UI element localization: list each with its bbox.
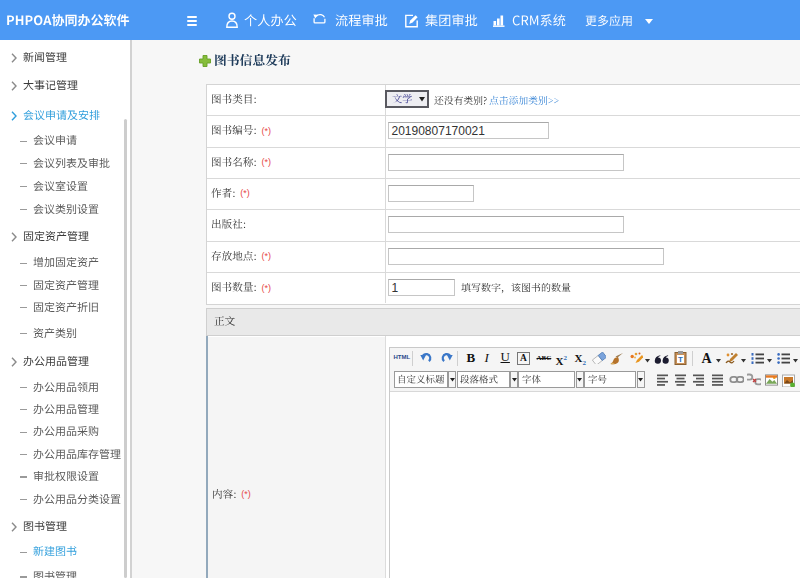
svg-text:T: T: [678, 355, 683, 364]
